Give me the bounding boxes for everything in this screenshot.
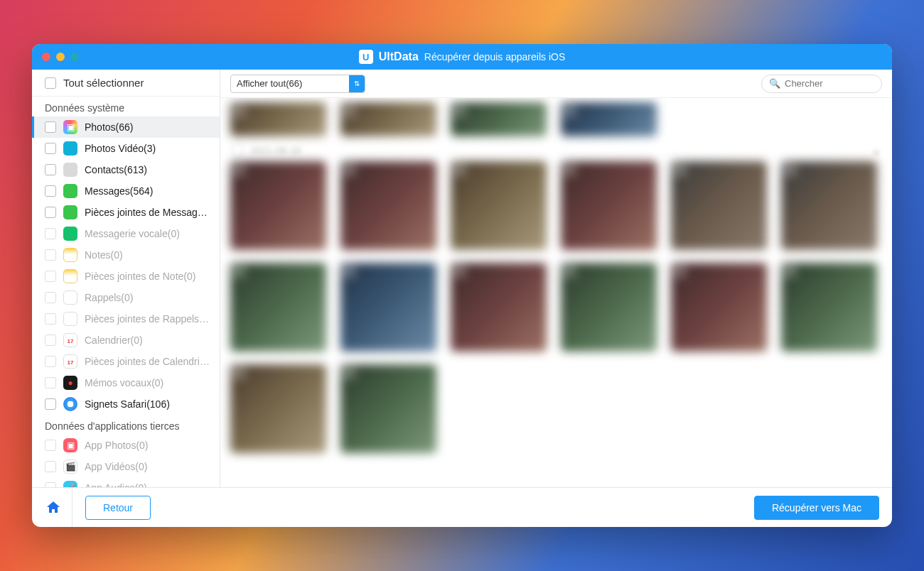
sidebar-item-sys-8[interactable]: Rappels(0)	[32, 287, 220, 308]
checkbox-icon[interactable]	[45, 377, 56, 388]
photo-thumbnail[interactable]	[671, 161, 767, 250]
toolbar: Afficher tout(66) ⇅ 🔍	[220, 70, 892, 98]
checkbox-icon[interactable]	[45, 164, 56, 175]
checkbox-icon[interactable]	[45, 143, 56, 154]
sidebar-item-sys-3[interactable]: Messages(564)	[32, 180, 220, 202]
home-button[interactable]	[45, 488, 72, 527]
checkbox-icon[interactable]	[232, 145, 243, 156]
sidebar-item-sys-5[interactable]: Messagerie vocale(0)	[32, 223, 220, 244]
app-logo-icon: U	[359, 50, 373, 64]
sidebar-item-label: Pièces jointes de Rappels(0)	[85, 313, 210, 325]
category-icon	[63, 184, 77, 198]
photo-thumbnail[interactable]	[230, 364, 326, 453]
photo-thumbnail[interactable]	[671, 263, 767, 352]
photo-thumbnail[interactable]	[781, 263, 877, 352]
sidebar-item-sys-0[interactable]: ▣Photos(66)	[32, 116, 220, 138]
photo-thumbnail[interactable]	[451, 161, 547, 250]
photo-thumbnail[interactable]	[230, 102, 326, 136]
zoom-icon[interactable]	[70, 53, 79, 61]
date-label: 2021-06-18	[250, 145, 301, 156]
search-field[interactable]: 🔍	[761, 75, 882, 93]
sidebar-item-sys-7[interactable]: Pièces jointes de Note(0)	[32, 266, 220, 287]
checkbox-icon[interactable]	[45, 440, 56, 451]
select-all-row[interactable]: Tout sélectionner	[32, 70, 220, 97]
sidebar-item-sys-4[interactable]: Pièces jointes de Message(3…	[32, 202, 220, 223]
sidebar-item-sys-10[interactable]: 17Calendrier(0)	[32, 330, 220, 351]
search-input[interactable]	[785, 78, 874, 89]
category-icon: 17	[63, 333, 77, 347]
sidebar-item-sys-1[interactable]: Photos Vidéo(3)	[32, 138, 220, 159]
category-icon	[63, 312, 77, 326]
category-icon	[63, 141, 77, 156]
checkbox-icon[interactable]	[45, 207, 56, 218]
category-icon	[63, 397, 77, 411]
photo-thumbnail[interactable]	[451, 263, 547, 352]
photo-thumbnail[interactable]	[340, 161, 436, 250]
sidebar-item-app-0[interactable]: ▣App Photos(0)	[32, 435, 220, 456]
select-all-label: Tout sélectionner	[63, 77, 144, 89]
sidebar-item-sys-6[interactable]: Notes(0)	[32, 244, 220, 266]
checkbox-icon[interactable]	[45, 313, 56, 325]
photo-thumbnail[interactable]	[340, 102, 436, 136]
checkbox-icon[interactable]	[45, 77, 56, 89]
close-icon[interactable]	[42, 53, 50, 61]
checkbox-icon[interactable]	[45, 482, 56, 487]
sidebar-item-label: Photos(66)	[85, 121, 133, 133]
date-group-header[interactable]: 2021-06-18 ⌄	[232, 143, 881, 157]
category-icon	[63, 205, 77, 219]
checkbox-icon[interactable]	[45, 292, 56, 303]
checkbox-icon[interactable]	[45, 121, 56, 133]
filter-label: Afficher tout(66)	[237, 78, 302, 89]
filter-dropdown[interactable]: Afficher tout(66) ⇅	[230, 75, 365, 93]
checkbox-icon[interactable]	[45, 249, 56, 261]
app-window: U UltData Récupérer depuis appareils iOS…	[32, 44, 892, 527]
photo-thumbnail[interactable]	[561, 263, 657, 352]
sidebar-item-label: Messages(564)	[85, 185, 154, 197]
checkbox-icon[interactable]	[45, 335, 56, 346]
category-icon: ●	[63, 376, 77, 390]
photo-thumbnail[interactable]	[781, 161, 877, 250]
checkbox-icon[interactable]	[45, 356, 56, 367]
category-icon: ▣	[63, 120, 77, 134]
photo-thumbnail[interactable]	[340, 263, 436, 352]
sidebar-item-app-2[interactable]: 🎤App Audios(0)	[32, 477, 220, 487]
home-icon	[45, 499, 62, 516]
category-icon	[63, 227, 77, 241]
photo-thumbnail[interactable]	[451, 102, 547, 136]
sidebar-item-sys-12[interactable]: ●Mémos vocaux(0)	[32, 372, 220, 393]
sidebar-item-sys-2[interactable]: Contacts(613)	[32, 159, 220, 180]
photo-thumbnail[interactable]	[230, 161, 326, 250]
checkbox-icon[interactable]	[45, 461, 56, 472]
category-icon	[63, 163, 77, 177]
photo-thumbnail[interactable]	[230, 263, 326, 352]
recover-button[interactable]: Récupérer vers Mac	[754, 496, 879, 520]
category-icon: 17	[63, 354, 77, 369]
sidebar-item-label: Notes(0)	[85, 249, 123, 261]
app-title: UltData	[379, 50, 419, 63]
checkbox-icon[interactable]	[45, 228, 56, 239]
photo-thumbnail[interactable]	[561, 102, 657, 136]
category-icon	[63, 248, 77, 262]
sidebar-item-sys-13[interactable]: Signets Safari(106)	[32, 393, 220, 415]
section-system-label: Données système	[32, 97, 220, 116]
checkbox-icon[interactable]	[45, 398, 56, 410]
footer: Retour Récupérer vers Mac	[32, 487, 892, 527]
main-panel: Afficher tout(66) ⇅ 🔍 2021-06-18 ⌄	[220, 70, 892, 487]
photo-thumbnail[interactable]	[340, 364, 436, 453]
sidebar-item-sys-11[interactable]: 17Pièces jointes de Calendrier(…	[32, 351, 220, 372]
back-button[interactable]: Retour	[85, 496, 151, 520]
sidebar-item-label: Pièces jointes de Message(3…	[85, 207, 210, 218]
minimize-icon[interactable]	[56, 53, 65, 61]
sidebar-item-sys-9[interactable]: Pièces jointes de Rappels(0)	[32, 308, 220, 330]
sidebar-item-label: App Audios(0)	[85, 482, 147, 487]
sidebar-item-label: App Vidéos(0)	[85, 461, 147, 472]
sidebar-item-label: Messagerie vocale(0)	[85, 228, 180, 239]
category-icon: ▣	[63, 438, 77, 452]
photo-thumbnail[interactable]	[561, 161, 657, 250]
category-icon: 🎤	[63, 481, 77, 487]
sidebar-item-app-1[interactable]: 🎬App Vidéos(0)	[32, 456, 220, 477]
sidebar: Tout sélectionner Données système ▣Photo…	[32, 70, 220, 487]
checkbox-icon[interactable]	[45, 185, 56, 197]
chevron-down-icon[interactable]: ⌄	[871, 143, 881, 157]
checkbox-icon[interactable]	[45, 271, 56, 282]
